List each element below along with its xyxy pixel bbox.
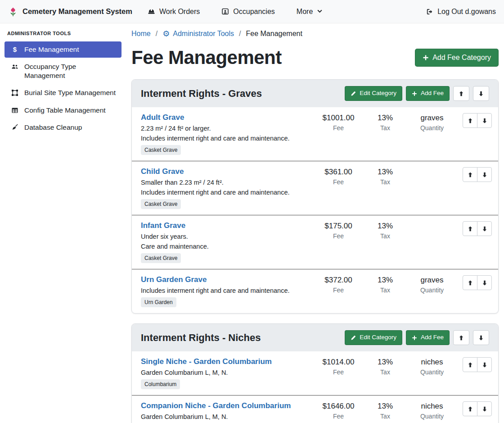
fee-description: Includes interment right and care and ma… [141,189,311,196]
sidebar-item-occupancy-type-management[interactable]: Occupancy Type Management [4,59,122,84]
edit-category-button[interactable]: Edit Category [345,86,402,101]
fee-name-link[interactable]: Single Niche - Garden Columbarium [141,357,272,366]
logout-icon [426,8,433,15]
tax-label: Tax [362,413,409,420]
hard-hat-icon [148,8,155,15]
arrow-up-icon [467,406,473,412]
fee-type-badge: Casket Grave [141,253,181,263]
admin-sidebar: ADMINISTRATOR TOOLS $ Fee Management Occ… [0,23,126,423]
logout-link[interactable]: Log Out d.gowans [426,8,496,16]
tulip-logo-icon [8,6,18,18]
fee-description: Care and maintenance. [141,243,311,250]
add-fee-category-button[interactable]: Add Fee Category [415,49,499,67]
breadcrumb-separator: / [239,30,241,38]
move-fee-up-button[interactable] [463,113,477,128]
fee-amount-col: $1014.00 Fee [315,357,362,389]
move-fee-down-button[interactable] [477,221,492,236]
dollar-icon: $ [10,46,20,53]
breadcrumb-separator: / [156,30,158,38]
sidebar-item-config-table-management[interactable]: Config Table Management [4,102,122,118]
nav-links: Work Orders Occupancies More [148,8,323,16]
sidebar-item-database-cleanup[interactable]: Database Cleanup [4,119,122,136]
edit-category-button[interactable]: Edit Category [345,330,402,345]
fee-quantity: graves [409,114,455,123]
breadcrumb: Home / ⚙ Administrator Tools / Fee Manag… [131,30,499,38]
nav-occupancies[interactable]: Occupancies [221,8,275,16]
fee-amount-col: $175.00 Fee [315,221,362,263]
add-fee-button[interactable]: Add Fee [406,330,450,345]
fee-tax-col: 13% Tax [362,113,409,155]
fee-row: Companion Niche - Garden Columbarium Gar… [132,395,498,423]
sidebar-section-header: ADMINISTRATOR TOOLS [0,23,126,41]
fee-reorder-controls [463,275,492,307]
tax-label: Tax [362,368,409,376]
fee-amount: $372.00 [315,276,362,285]
sidebar-item-burial-site-type-management[interactable]: Burial Site Type Management [4,85,122,101]
fee-tax-col: 13% Tax [362,275,409,307]
move-fee-down-button[interactable] [477,167,492,182]
fee-description: Garden Columbarium L, M, N. [141,413,311,420]
fee-details: Urn Garden Grave Includes interment righ… [141,275,315,307]
move-category-down-button[interactable] [473,330,489,345]
fee-tax: 13% [362,276,409,285]
fee-label: Fee [315,413,362,420]
fee-name-link[interactable]: Companion Niche - Garden Columbarium [141,401,291,410]
fee-row: Urn Garden Grave Includes interment righ… [132,269,498,313]
move-fee-up-button[interactable] [463,275,477,290]
fee-name-link[interactable]: Adult Grave [141,113,184,122]
fee-type-badge: Casket Grave [141,199,181,209]
arrow-down-icon [482,118,488,124]
move-category-up-button[interactable] [453,330,469,345]
move-fee-up-button[interactable] [463,167,477,182]
fee-quantity-col: niches Quantity [409,401,455,423]
tax-label: Tax [362,287,409,294]
sidebar-item-label: Fee Management [24,45,79,54]
fee-reorder-controls [463,167,492,209]
fee-reorder-controls [463,221,492,263]
fee-tax: 13% [362,358,409,367]
fee-label: Fee [315,287,362,294]
nav-right: Log Out d.gowans [426,8,496,16]
fee-label: Fee [315,124,362,132]
move-fee-down-button[interactable] [477,275,492,290]
fee-quantity-col: graves Quantity [409,275,455,307]
fee-name-link[interactable]: Infant Grave [141,221,185,230]
fee-label: Fee [315,178,362,186]
fee-type-badge: Casket Grave [141,145,181,155]
move-fee-up-button[interactable] [463,357,477,372]
fee-description: Garden Columbarium L, M, N. [141,369,311,376]
fee-description: Includes interment right and care and ma… [141,135,311,142]
move-category-up-button[interactable] [453,86,469,101]
move-fee-down-button[interactable] [477,113,492,128]
sidebar-item-fee-management[interactable]: $ Fee Management [4,41,122,58]
fee-type-badge: Columbarium [141,379,180,389]
arrow-up-icon [458,335,464,341]
top-navbar: Cemetery Management System Work Orders O… [0,0,504,23]
fee-name-link[interactable]: Urn Garden Grave [141,275,207,284]
fee-description: Includes interment right and care and ma… [141,287,311,294]
breadcrumb-home-link[interactable]: Home [131,30,151,38]
arrow-up-icon [467,172,473,178]
app-title: Cemetery Management System [22,7,132,16]
nav-more[interactable]: More [297,8,323,16]
fee-name-link[interactable]: Child Grave [141,167,184,176]
sidebar-item-label: Burial Site Type Management [24,88,116,97]
arrow-down-icon [482,226,488,232]
sidebar-item-label: Occupancy Type Management [24,62,116,80]
fee-description: Under six years. [141,233,311,240]
move-category-down-button[interactable] [473,86,489,101]
add-fee-button[interactable]: Add Fee [406,86,450,101]
move-fee-up-button[interactable] [463,401,477,416]
move-fee-down-button[interactable] [477,401,492,416]
move-fee-down-button[interactable] [477,357,492,372]
move-fee-up-button[interactable] [463,221,477,236]
quantity-label: Quantity [409,368,455,376]
nav-more-label: More [297,8,313,16]
breadcrumb-current: Fee Management [246,30,302,38]
fee-tax: 13% [362,168,409,177]
fee-amount-col: $372.00 Fee [315,275,362,307]
broom-icon [10,124,20,131]
nav-work-orders[interactable]: Work Orders [148,8,200,16]
app-brand[interactable]: Cemetery Management System [8,6,132,18]
breadcrumb-admin-tools-link[interactable]: ⚙ Administrator Tools [162,30,234,38]
